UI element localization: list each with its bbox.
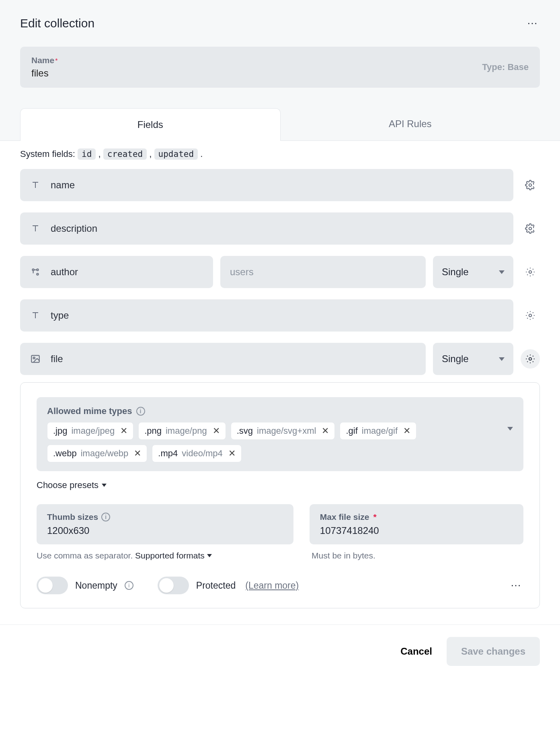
- dots-icon: [511, 579, 522, 592]
- svg-point-3: [37, 273, 38, 275]
- chevron-down-icon: [507, 427, 513, 437]
- cancel-button[interactable]: Cancel: [400, 646, 432, 657]
- required-star-icon: *: [55, 58, 57, 64]
- mime-chip: .jpgimage/jpeg✕: [47, 422, 133, 440]
- max-size-input[interactable]: [320, 525, 513, 536]
- mime-ext: .webp: [53, 448, 77, 459]
- relation-target-input[interactable]: [220, 256, 426, 288]
- maxsize-label: Max file size: [320, 512, 369, 522]
- remove-mime-button[interactable]: ✕: [227, 448, 237, 459]
- page-title: Edit collection: [20, 16, 94, 30]
- svg-point-9: [529, 358, 532, 361]
- required-star-icon: *: [373, 512, 376, 522]
- field-settings-description[interactable]: [521, 219, 540, 238]
- relation-type-icon: [30, 266, 41, 278]
- text-type-icon: [30, 310, 41, 321]
- max-size-block: Max file size *: [310, 504, 523, 544]
- collection-type-label: Type: Base: [482, 62, 529, 72]
- learn-more-link[interactable]: (Learn more): [245, 580, 299, 591]
- mime-label: Allowed mime types: [47, 406, 132, 416]
- info-icon[interactable]: i: [136, 407, 145, 416]
- svg-point-4: [37, 269, 38, 270]
- field-settings-name[interactable]: [521, 175, 540, 195]
- gear-icon: [525, 267, 535, 277]
- svg-point-8: [33, 357, 35, 359]
- mime-chip: .gifimage/gif✕: [340, 422, 416, 440]
- mime-ext: .gif: [346, 426, 357, 436]
- chevron-down-icon: [207, 554, 212, 557]
- field-row-name[interactable]: name: [20, 169, 513, 201]
- remove-mime-button[interactable]: ✕: [402, 426, 412, 436]
- system-fields-line: System fields: id , created , updated .: [20, 149, 540, 159]
- remove-mime-button[interactable]: ✕: [211, 426, 222, 436]
- gear-icon: [525, 180, 535, 190]
- supported-formats-button[interactable]: Supported formats: [135, 551, 212, 560]
- mime-dropdown-toggle[interactable]: [507, 431, 513, 438]
- sysfield-updated: updated: [154, 148, 198, 160]
- mime-ext: .jpg: [53, 426, 67, 436]
- mime-value: image/png: [166, 426, 207, 436]
- mime-chip: .pngimage/png✕: [138, 422, 226, 440]
- protected-toggle[interactable]: [158, 577, 189, 594]
- more-menu-button[interactable]: [525, 16, 540, 31]
- thumb-sizes-block: Thumb sizes i: [37, 504, 293, 544]
- text-type-icon: [30, 223, 41, 234]
- svg-point-1: [529, 227, 532, 230]
- svg-point-2: [32, 269, 34, 270]
- field-settings-file[interactable]: [521, 349, 540, 369]
- remove-mime-button[interactable]: ✕: [320, 426, 330, 436]
- info-icon[interactable]: i: [125, 581, 133, 590]
- info-icon[interactable]: i: [101, 513, 110, 521]
- mime-ext: .svg: [237, 426, 253, 436]
- field-name-label: author: [51, 266, 78, 278]
- thumb-label: Thumb sizes: [47, 512, 98, 522]
- field-name-label: description: [51, 223, 97, 234]
- field-row-file[interactable]: file: [20, 343, 426, 375]
- mime-value: image/gif: [362, 426, 398, 436]
- field-row-type[interactable]: type: [20, 299, 513, 332]
- gear-icon: [525, 354, 535, 364]
- mime-types-block: Allowed mime types i .jpgimage/jpeg✕.png…: [37, 397, 523, 471]
- field-name-label: file: [51, 353, 63, 365]
- relation-collection-field[interactable]: [230, 266, 416, 278]
- mime-value: image/jpeg: [71, 426, 115, 436]
- mime-chip: .webpimage/webp✕: [47, 445, 147, 462]
- field-settings-type[interactable]: [521, 306, 540, 325]
- collection-name-block: Name* Type: Base: [20, 47, 540, 88]
- mime-value: image/svg+xml: [257, 426, 316, 436]
- mime-ext: .png: [144, 426, 162, 436]
- thumb-sizes-input[interactable]: [47, 525, 283, 536]
- chevron-down-icon: [102, 484, 107, 487]
- svg-point-6: [529, 314, 532, 317]
- mime-value: image/webp: [81, 448, 129, 459]
- remove-mime-button[interactable]: ✕: [132, 448, 143, 459]
- field-row-description[interactable]: description: [20, 212, 513, 245]
- chevron-down-icon: [499, 270, 505, 274]
- maxsize-help: Must be in bytes.: [312, 551, 523, 560]
- choose-presets-button[interactable]: Choose presets: [37, 480, 107, 490]
- text-type-icon: [30, 179, 41, 191]
- remove-mime-button[interactable]: ✕: [119, 426, 129, 436]
- chevron-down-icon: [499, 357, 505, 361]
- mime-chip: .svgimage/svg+xml✕: [231, 422, 335, 440]
- field-name-label: type: [51, 310, 69, 321]
- tab-fields[interactable]: Fields: [20, 108, 281, 141]
- field-row-author[interactable]: author: [20, 256, 213, 288]
- file-mode-select[interactable]: Single: [433, 343, 513, 375]
- name-label: Name: [31, 56, 54, 65]
- gear-icon: [525, 310, 535, 321]
- gear-icon: [525, 223, 535, 234]
- sysfield-id: id: [78, 148, 96, 160]
- field-more-menu[interactable]: [509, 578, 523, 593]
- save-button[interactable]: Save changes: [447, 637, 540, 666]
- sysfield-created: created: [103, 148, 147, 160]
- svg-point-0: [529, 184, 532, 187]
- mime-chip: .mp4video/mp4✕: [152, 445, 241, 462]
- mime-ext: .mp4: [158, 448, 178, 459]
- dots-icon: [527, 17, 538, 30]
- tab-api-rules[interactable]: API Rules: [281, 108, 540, 140]
- field-settings-author[interactable]: [521, 262, 540, 282]
- collection-name-input[interactable]: [31, 68, 482, 79]
- relation-mode-select[interactable]: Single: [433, 256, 513, 288]
- nonempty-toggle[interactable]: [37, 577, 68, 594]
